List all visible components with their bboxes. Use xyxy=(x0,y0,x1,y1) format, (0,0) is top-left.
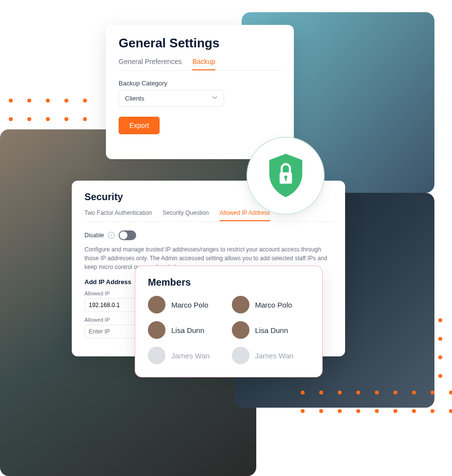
backup-category-label: Backup Category xyxy=(119,80,281,87)
member-name: James Wan xyxy=(171,352,210,360)
avatar xyxy=(232,296,249,313)
avatar xyxy=(148,296,165,313)
svg-rect-2 xyxy=(285,177,286,180)
avatar xyxy=(148,321,165,339)
shield-lock-icon xyxy=(265,153,307,199)
decorative-dots xyxy=(9,99,87,121)
info-icon[interactable]: i xyxy=(108,232,115,239)
general-settings-card: General Settings General Preferences Bac… xyxy=(106,25,294,159)
avatar xyxy=(232,347,249,364)
member-name: Lisa Dunn xyxy=(255,326,288,334)
disable-label: Disable xyxy=(84,232,104,239)
members-title: Members xyxy=(148,277,309,288)
tab-two-factor[interactable]: Two Factor Authentication xyxy=(84,209,152,221)
tab-security-question[interactable]: Security Question xyxy=(163,209,209,221)
member-item[interactable]: Lisa Dunn xyxy=(232,321,310,339)
members-card: Members Marco Polo Marco Polo Lisa Dunn … xyxy=(135,266,323,377)
export-button[interactable]: Export xyxy=(119,117,160,134)
settings-title: General Settings xyxy=(119,36,281,51)
allowed-ip-input-2[interactable] xyxy=(84,325,143,338)
avatar xyxy=(148,347,165,364)
member-name: Marco Polo xyxy=(171,301,208,309)
member-item[interactable]: Marco Polo xyxy=(148,296,226,313)
avatar xyxy=(232,321,249,339)
member-item[interactable]: James Wan xyxy=(148,347,226,364)
member-name: Marco Polo xyxy=(255,301,292,309)
tab-general-preferences[interactable]: General Preferences xyxy=(119,58,182,70)
member-name: James Wan xyxy=(255,352,294,360)
allowed-ip-input-1[interactable] xyxy=(84,298,143,312)
tab-backup[interactable]: Backup xyxy=(192,58,215,70)
chevron-down-icon xyxy=(212,95,218,102)
member-item[interactable]: Marco Polo xyxy=(232,296,310,313)
decorative-dots xyxy=(438,318,442,378)
settings-tabs: General Preferences Backup xyxy=(119,58,281,71)
member-item[interactable]: Lisa Dunn xyxy=(148,321,226,339)
member-name: Lisa Dunn xyxy=(171,326,205,334)
select-value: Clients xyxy=(125,95,144,102)
decorative-dots xyxy=(301,391,452,413)
backup-category-select[interactable]: Clients xyxy=(119,90,224,107)
member-item[interactable]: James Wan xyxy=(232,347,310,364)
disable-toggle[interactable] xyxy=(119,230,136,240)
tab-allowed-ip[interactable]: Allowed IP Address xyxy=(220,209,270,221)
security-shield-badge xyxy=(247,137,325,215)
